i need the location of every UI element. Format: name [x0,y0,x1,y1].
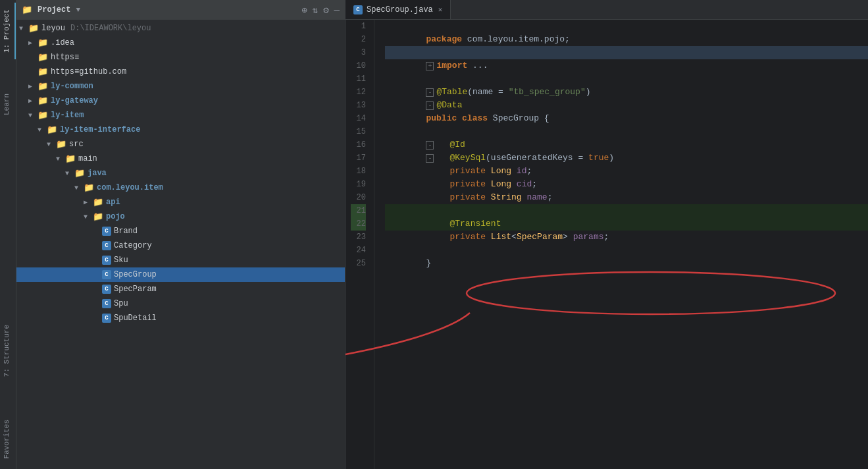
line-num-18: 18 [351,165,366,178]
label-pojo: pojo [106,212,125,221]
label-leyou: leyou [41,24,65,33]
code-line-1: package com.leyou.item.pojo; [385,20,868,33]
tree-item-api[interactable]: ▶ 📁 api [16,195,345,209]
line-num-23: 23 [351,231,366,244]
settings-icon[interactable]: ⚙ [323,5,328,16]
project-tree: ▼ 📁 leyou D:\IDEAWORK\leyou ▶ 📁 .idea 📁 … [16,20,345,469]
code-line-3: +import ... [385,46,868,59]
tree-item-https2[interactable]: 📁 https≡github.com [16,65,345,79]
line-num-11: 11 [351,72,366,86]
line-num-10: 10 [351,59,366,72]
folder-icon: 📁 [22,5,32,15]
label-java: java [88,169,107,178]
label-https1: https≡ [51,53,79,62]
add-icon[interactable]: ⊕ [301,5,307,16]
tree-item-main[interactable]: ▼ 📁 main [16,152,345,166]
tree-item-specgroup[interactable]: C SpecGroup [16,267,345,282]
arrow-leyou: ▼ [19,25,28,32]
tab-class-icon: C [353,5,363,14]
editor-tab-bar: C SpecGroup.java ✕ [345,0,868,20]
tree-item-idea[interactable]: ▶ 📁 .idea [16,36,345,50]
label-sku: Sku [114,256,128,265]
line-num-24: 24 [351,244,366,257]
line-num-21: 21 [351,204,366,217]
learn-tab[interactable]: Learn [0,86,16,123]
project-panel: 📁 Project ▼ ⊕ ⇅ ⚙ — ▼ 📁 leyou D:\IDEAWOR… [16,0,345,469]
label-api: api [106,198,120,207]
tree-item-ly-item-interface[interactable]: ▼ 📁 ly-item-interface [16,123,345,137]
code-editor: 1 2 3 10 11 12 13 14 15 16 17 18 19 20 2… [345,20,868,469]
sort-icon[interactable]: ⇅ [313,5,318,16]
folder-icon-leyou: 📁 [28,23,39,34]
code-content: package com.leyou.item.pojo; +import ...… [374,20,868,469]
tree-item-pojo[interactable]: ▼ 📁 pojo [16,209,345,224]
label-ly-item-interface: ly-item-interface [60,125,140,134]
label-src: src [69,140,84,149]
line-num-22: 22 [351,217,366,231]
svg-point-0 [467,272,835,314]
tree-item-brand[interactable]: C Brand [16,224,345,238]
label-brand: Brand [114,227,138,236]
label-ly-gateway: ly-gateway [51,96,98,105]
label-specgroup: SpecGroup [114,270,157,279]
label-spudetail: SpuDetail [114,314,157,323]
line-num-20: 20 [351,191,366,204]
line-num-25: 25 [351,257,366,270]
line-num-3: 3 [351,46,366,59]
label-main: main [78,154,97,163]
line-numbers: 1 2 3 10 11 12 13 14 15 16 17 18 19 20 2… [345,20,374,469]
code-line-11: -@Table(name = "tb_spec_group") [385,72,868,86]
label-specparam: SpecParam [114,285,157,294]
project-tab[interactable]: 1: Project [0,3,16,59]
tree-item-src[interactable]: ▼ 📁 src [16,137,345,152]
tab-close-button[interactable]: ✕ [438,5,443,14]
line-num-17: 17 [351,152,366,165]
tree-item-ly-item[interactable]: ▼ 📁 ly-item [16,108,345,123]
tree-item-sku[interactable]: C Sku [16,253,345,267]
label-https2: https≡github.com [51,67,126,76]
label-idea: .idea [51,38,74,47]
tree-item-category[interactable]: C Category [16,238,345,253]
code-line-24: } [385,244,868,257]
line-num-19: 19 [351,178,366,191]
tab-filename: SpecGroup.java [367,5,433,14]
tree-item-java[interactable]: ▼ 📁 java [16,166,345,180]
dropdown-arrow[interactable]: ▼ [76,6,80,14]
line-num-1: 1 [351,20,366,33]
path-leyou: D:\IDEAWORK\leyou [70,24,151,33]
line-num-2: 2 [351,33,366,46]
structure-tab[interactable]: 7: Structure [0,317,16,385]
minimize-icon[interactable]: — [334,5,340,15]
editor-tab-specgroup[interactable]: C SpecGroup.java ✕ [345,0,451,19]
label-spu: Spu [114,299,128,308]
editor-area: C SpecGroup.java ✕ 1 2 3 10 11 12 13 14 … [345,0,868,469]
project-panel-header: 📁 Project ▼ ⊕ ⇅ ⚙ — [16,0,345,20]
label-ly-item: ly-item [51,111,84,120]
left-sidebar: 1: Project Learn 7: Structure Favorites [0,0,16,469]
code-line-21: @Transient [385,204,868,217]
label-category: Category [114,241,152,250]
tree-item-spu[interactable]: C Spu [16,296,345,311]
tree-item-ly-gateway[interactable]: ▶ 📁 ly-gateway [16,94,345,108]
label-ly-common: ly-common [51,82,93,91]
line-num-12: 12 [351,86,366,99]
line-num-15: 15 [351,125,366,138]
tree-item-ly-common[interactable]: ▶ 📁 ly-common [16,79,345,94]
tree-item-com-leyou-item[interactable]: ▼ 📁 com.leyou.item [16,180,345,195]
line-num-14: 14 [351,112,366,125]
tree-item-leyou[interactable]: ▼ 📁 leyou D:\IDEAWORK\leyou [16,21,345,36]
label-com-leyou-item: com.leyou.item [97,183,163,192]
panel-title: Project [38,5,70,14]
favorites-tab[interactable]: Favorites [0,412,16,466]
code-line-25 [385,257,868,270]
line-num-13: 13 [351,99,366,112]
line-num-16: 16 [351,138,366,152]
tree-item-specparam[interactable]: C SpecParam [16,282,345,296]
tree-item-spudetail[interactable]: C SpuDetail [16,311,345,325]
tree-item-https1[interactable]: 📁 https≡ [16,50,345,65]
code-line-15: -@Id [385,125,868,138]
